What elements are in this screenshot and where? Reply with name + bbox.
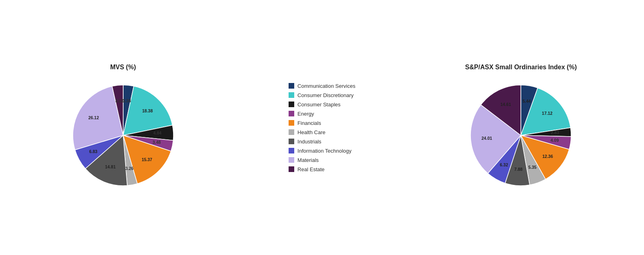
legend-item: Consumer Discretionary bbox=[289, 92, 355, 98]
legend-label: Information Technology bbox=[297, 148, 351, 154]
pie-label: 7.88 bbox=[514, 166, 523, 171]
legend-item: Real Estate bbox=[289, 166, 355, 172]
legend-swatch bbox=[289, 92, 294, 98]
legend-item: Consumer Staples bbox=[289, 102, 355, 108]
legend-section: Communication ServicesConsumer Discretio… bbox=[281, 83, 363, 172]
legend-label: Health Care bbox=[297, 129, 325, 135]
main-container: MVS (%) 3.3818.384.843.4815.373.2614.816… bbox=[0, 56, 644, 200]
pie-label: 3.52 bbox=[115, 98, 124, 103]
pie-label: 2.83 bbox=[551, 130, 559, 135]
legend-swatch bbox=[289, 111, 294, 116]
pie-label: 12.36 bbox=[543, 153, 553, 158]
legend-label: Financials bbox=[297, 120, 321, 126]
legend-swatch bbox=[289, 83, 294, 89]
pie-label: 6.83 bbox=[89, 149, 97, 154]
pie-label: 4.09 bbox=[551, 137, 559, 142]
legend-swatch bbox=[289, 129, 294, 135]
mvs-pie-chart: 3.3818.384.843.4815.373.2614.816.8326.12… bbox=[67, 79, 180, 192]
legend-label: Real Estate bbox=[297, 166, 324, 172]
legend-label: Materials bbox=[297, 157, 319, 163]
mvs-title: MVS (%) bbox=[110, 64, 136, 71]
index-chart-section: S&P/ASX Small Ordinaries Index (%) 5.441… bbox=[464, 64, 577, 192]
legend-label: Energy bbox=[297, 111, 314, 117]
legend-label: Consumer Discretionary bbox=[297, 92, 353, 98]
legend-swatch bbox=[289, 102, 294, 107]
legend-item: Industrials bbox=[289, 139, 355, 145]
legend-item: Materials bbox=[289, 157, 355, 163]
pie-label: 3.38 bbox=[122, 98, 131, 103]
index-pie-wrapper: 5.4417.122.834.0912.365.357.886.3224.011… bbox=[464, 79, 577, 192]
legend-swatch bbox=[289, 148, 294, 153]
legend-swatch bbox=[289, 157, 294, 163]
pie-label: 4.84 bbox=[153, 131, 161, 135]
legend-label: Consumer Staples bbox=[297, 102, 341, 108]
legend-swatch bbox=[289, 120, 294, 126]
legend-item: Energy bbox=[289, 111, 355, 117]
pie-label: 5.44 bbox=[523, 99, 531, 104]
legend-label: Industrials bbox=[297, 139, 321, 145]
legend-item: Health Care bbox=[289, 129, 355, 135]
pie-label: 17.12 bbox=[542, 110, 553, 115]
legend-swatch bbox=[289, 139, 294, 144]
legend-swatch bbox=[289, 166, 294, 172]
pie-label: 3.26 bbox=[125, 166, 134, 171]
mvs-chart-section: MVS (%) 3.3818.384.843.4815.373.2614.816… bbox=[67, 64, 180, 192]
pie-label: 3.48 bbox=[153, 139, 161, 144]
pie-label: 14.61 bbox=[501, 102, 511, 106]
index-pie-chart: 5.4417.122.834.0912.365.357.886.3224.011… bbox=[464, 79, 577, 192]
legend-label: Communication Services bbox=[297, 83, 355, 89]
pie-label: 26.12 bbox=[88, 115, 99, 120]
index-title: S&P/ASX Small Ordinaries Index (%) bbox=[465, 64, 577, 71]
legend-item: Communication Services bbox=[289, 83, 355, 89]
pie-label: 6.32 bbox=[500, 162, 508, 167]
pie-label: 15.37 bbox=[142, 157, 152, 162]
pie-label: 24.01 bbox=[482, 136, 492, 141]
legend-item: Information Technology bbox=[289, 148, 355, 154]
legend-item: Financials bbox=[289, 120, 355, 126]
pie-label: 5.35 bbox=[528, 164, 537, 169]
mvs-pie-wrapper: 3.3818.384.843.4815.373.2614.816.8326.12… bbox=[67, 79, 180, 192]
pie-label: 18.38 bbox=[142, 108, 153, 113]
pie-label: 14.81 bbox=[105, 164, 116, 169]
